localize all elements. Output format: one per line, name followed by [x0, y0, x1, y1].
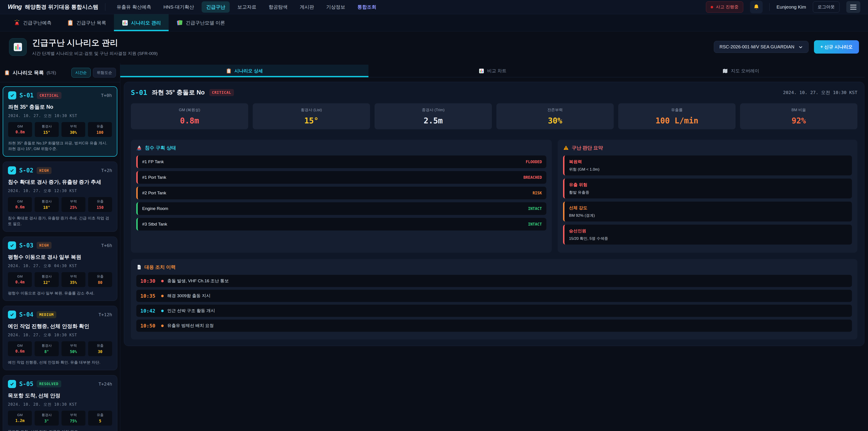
timeline-dot-icon — [161, 325, 164, 327]
scenario-stats: GM0.6m 횡경사8° 부력50% 유출30 — [8, 341, 112, 356]
scenario-stats: GM0.4m 횡경사12° 부력35% 유출80 — [8, 272, 112, 287]
nav-board[interactable]: 게시판 — [295, 1, 318, 13]
scenario-title: 예인 작업 진행중, 선체 안정화 확인 — [8, 323, 112, 330]
scenario-id: S-02 — [19, 167, 33, 174]
bar-chart-icon — [478, 68, 485, 74]
tank-status: RISK — [532, 191, 542, 195]
warning-icon — [563, 145, 569, 151]
user-name: Eunjeong Kim — [776, 4, 806, 10]
chevron-down-icon — [798, 45, 803, 49]
page-icon — [9, 38, 27, 56]
tank-row: #1 Port TankBREACHED — [136, 171, 546, 184]
content: 시나리오 목록 (5개) 시간순 위험도순 S-01 CRITICAL T+0h… — [0, 63, 868, 431]
severity-badge: HIGH — [37, 242, 52, 249]
scenario-checkbox[interactable] — [8, 241, 16, 249]
stat-gm: GM1.2m — [8, 411, 32, 426]
doc-icon — [136, 265, 142, 270]
tab-map-overlay[interactable]: 지도 오버레이 — [617, 65, 865, 77]
detail-header: S-01 좌현 35° 충돌로 No CRITICAL 2024. 10. 27… — [131, 88, 857, 96]
scenario-description: 침수 확대로 경사 증가, 유출량 증가 추세. 긴급 이초 작업 검토 필요. — [8, 216, 112, 227]
map-icon — [722, 68, 728, 74]
tank-row: #1 FP TankFLOODED — [136, 155, 546, 168]
detail-scenario-title: 좌현 35° 충돌로 No — [152, 88, 205, 96]
action-log-row: 10:50유출유 방제선 배치 요청 — [136, 319, 852, 332]
nav-aerial-search[interactable]: 항공탐색 — [264, 1, 292, 13]
notifications-button[interactable] — [750, 1, 763, 13]
scenario-card-s03[interactable]: S-03 HIGH T+6h 평형수 이동으로 경사 일부 복원 2024. 1… — [3, 237, 117, 301]
hamburger-icon — [850, 5, 857, 5]
scenario-checkbox[interactable] — [8, 380, 16, 388]
scenario-card-s01[interactable]: S-01 CRITICAL T+0h 좌현 35° 충돌로 No 2024. 1… — [3, 86, 117, 157]
action-log-row: 10:30충돌 발생, VHF Ch.16 조난 통보 — [136, 275, 852, 287]
metric-cards: GM (복원성)0.8m 횡경사 (List)15° 종경사 (Trim)2.5… — [131, 103, 857, 129]
scenario-datetime: 2024. 10. 28. 오전 10:30 KST — [8, 402, 112, 407]
scenario-count: (5개) — [46, 70, 56, 76]
module-tab-bar: 긴급구난예측 긴급구난 목록 시나리오 관리 긴급구난모델 이론 — [0, 14, 868, 31]
stat-spill: 유출150 — [88, 197, 112, 212]
scenario-id: S-04 — [19, 311, 33, 318]
scenario-detail-panel: S-01 좌현 35° 충돌로 No CRITICAL 2024. 10. 27… — [124, 82, 864, 346]
nav-integrated-view[interactable]: 통합조회 — [353, 1, 381, 13]
scenario-card-s02[interactable]: S-02 HIGH T+2h 침수 확대로 경사 증가, 유출량 증가 추세 2… — [3, 162, 117, 232]
timeline-dot-icon — [161, 280, 164, 282]
hamburger-menu-button[interactable] — [846, 1, 860, 13]
scenario-checkbox[interactable] — [8, 311, 16, 319]
stat-list: 횡경사18° — [35, 197, 59, 212]
page-subtitle: 시간 단계별 시나리오 비교·검토 및 구난 의사결정 지원 (SFR-009) — [32, 51, 158, 57]
scenario-description: 예인 작업 진행중, 선체 안정화 확인. 유출 대부분 차단. — [8, 360, 112, 366]
scenario-description: 좌현 35° 충돌로 No.1P 화물탱크 파공, 벙커C유 유출 개시. 좌현… — [8, 141, 112, 152]
app-logo: Wing 해양환경 위기대응 통합시스템 — [8, 3, 98, 11]
scenario-stats: GM1.2m 횡경사3° 부력75% 유출5 — [8, 411, 112, 426]
judgment-row: 선체 강도BM 92% (경계) — [563, 202, 852, 221]
stat-buoyancy: 부력30% — [61, 122, 86, 137]
logout-button[interactable]: 로그아웃 — [813, 1, 839, 13]
detail-panels: 침수 구획 상태 #1 FP TankFLOODED #1 Port TankB… — [131, 140, 857, 253]
time-offset: T+2h — [101, 168, 112, 173]
nav-weather[interactable]: 기상정보 — [322, 1, 350, 13]
tab-scenario-detail[interactable]: 시나리오 상세 — [120, 65, 368, 77]
stat-buoyancy: 부력50% — [61, 341, 86, 356]
ship-icon — [136, 145, 142, 151]
scenario-title: 침수 확대로 경사 증가, 유출량 증가 추세 — [8, 179, 112, 186]
incident-select[interactable]: RSC-2026-001·M/V SEA GUARDIAN — [714, 41, 809, 53]
sort-by-risk-button[interactable]: 위험도순 — [93, 68, 116, 78]
tab-rescue-list[interactable]: 긴급구난 목록 — [59, 14, 114, 31]
scenario-stats: GM0.8m 횡경사15° 부력30% 유출100 — [8, 122, 112, 137]
tab-scenario-management[interactable]: 시나리오 관리 — [114, 14, 168, 31]
metric-spill-rate: 유출률100 L/min — [618, 103, 736, 129]
nav-emergency-rescue[interactable]: 긴급구난 — [202, 1, 230, 13]
stat-buoyancy: 부력35% — [61, 272, 86, 287]
sort-by-time-button[interactable]: 시간순 — [71, 68, 91, 78]
page-title-block: 긴급구난 시나리오 관리 시간 단계별 시나리오 비교·검토 및 구난 의사결정… — [32, 37, 158, 57]
scenario-card-s05[interactable]: S-05 RESOLVED T+24h 목포항 도착, 선체 안정 2024. … — [3, 375, 117, 431]
severity-badge: RESOLVED — [37, 380, 61, 388]
nav-reports[interactable]: 보고자료 — [233, 1, 261, 13]
detail-severity-badge: CRITICAL — [209, 89, 234, 96]
tab-comparison-chart[interactable]: 비교 차트 — [368, 65, 617, 77]
scenario-id: S-03 — [19, 242, 33, 249]
tank-status: INTACT — [528, 222, 542, 226]
tab-rescue-model-theory[interactable]: 긴급구난모델 이론 — [168, 14, 233, 31]
stat-spill: 유출30 — [88, 341, 112, 356]
tank-status: INTACT — [528, 206, 542, 211]
scenario-card-s04[interactable]: S-04 MEDIUM T+12h 예인 작업 진행중, 선체 안정화 확인 2… — [3, 306, 117, 370]
metric-gm: GM (복원성)0.8m — [131, 103, 248, 129]
judgment-panel-title: 구난 판단 요약 — [572, 145, 603, 151]
scenario-checkbox[interactable] — [8, 166, 16, 175]
scenario-datetime: 2024. 10. 27. 오후 10:30 KST — [8, 333, 112, 338]
detail-timestamp: 2024. 10. 27. 오전 10:30 KST — [783, 90, 857, 96]
incident-status-badge: 사고 진행중 — [706, 1, 743, 13]
action-log-row: 10:42인근 선박 구조 활동 개시 — [136, 305, 852, 317]
nav-oil-spill[interactable]: 유출유 확산예측 — [112, 1, 156, 13]
main-panel: 시나리오 상세 비교 차트 지도 오버레이 S-01 좌현 35° 충돌로 No… — [120, 63, 868, 431]
nav-hns[interactable]: HNS·대기확산 — [159, 1, 198, 13]
scenario-id: S-05 — [19, 380, 33, 388]
tab-rescue-forecast[interactable]: 긴급구난예측 — [6, 14, 59, 31]
new-scenario-button[interactable]: + 신규 시나리오 — [814, 40, 859, 54]
severity-badge: HIGH — [37, 167, 52, 174]
severity-badge: MEDIUM — [37, 311, 57, 318]
scenario-checkbox[interactable] — [8, 91, 16, 99]
stat-list: 횡경사12° — [35, 272, 59, 287]
tank-status: BREACHED — [523, 175, 542, 180]
sort-controls: 시간순 위험도순 — [71, 68, 116, 78]
